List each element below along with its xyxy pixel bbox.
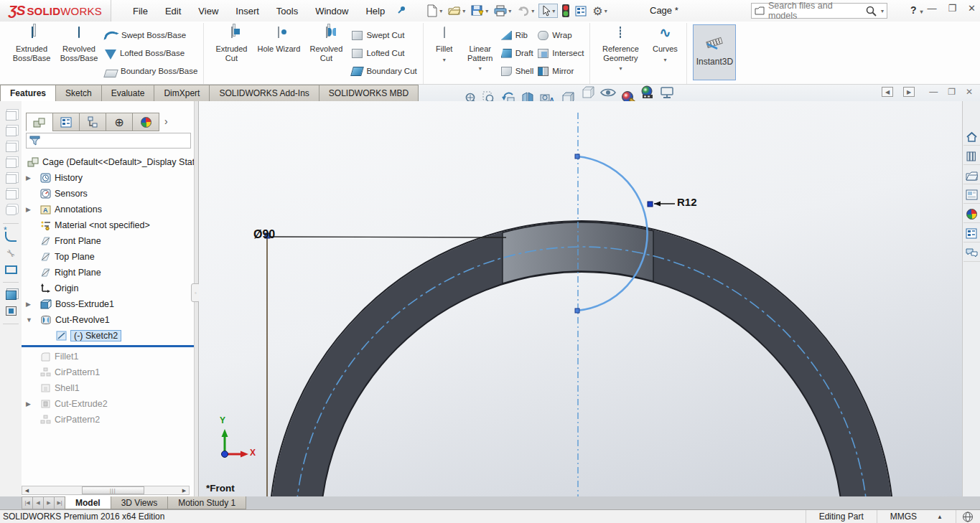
extruded-cut-button[interactable]: Extruded Cut <box>208 24 254 62</box>
close-button[interactable]: ✕ <box>968 3 976 14</box>
menu-view[interactable]: View <box>190 2 227 20</box>
tree-item-origin[interactable]: Origin <box>22 281 194 296</box>
last-tab-icon[interactable]: ▶| <box>54 496 65 509</box>
tab-solidworks-add-ins[interactable]: SOLIDWORKS Add-Ins <box>209 85 319 101</box>
tree-item-front-plane[interactable]: Front Plane <box>22 233 194 249</box>
view-cube-icon[interactable] <box>6 127 17 136</box>
tree-item-material[interactable]: Material <not specified> <box>22 217 194 233</box>
view-palette-icon[interactable] <box>963 187 980 204</box>
tab-model[interactable]: Model <box>65 496 111 509</box>
boundary-boss-base-button[interactable]: Boundary Boss/Base <box>105 63 197 79</box>
reference-geometry-dropdown-icon[interactable]: ▾ <box>619 65 622 72</box>
fillet-button[interactable]: Fillet ▾ <box>428 24 461 63</box>
wrap-button[interactable]: Wrap <box>538 27 584 43</box>
featuremanager-design-tree-tab[interactable] <box>26 113 53 131</box>
menu-help[interactable]: Help <box>357 2 393 20</box>
cut-extrude-tool-icon[interactable] <box>6 306 17 316</box>
reference-geometry-button[interactable]: Reference Geometry ▾ <box>594 24 646 72</box>
menu-insert[interactable]: Insert <box>227 2 268 20</box>
tab-sketch[interactable]: Sketch <box>55 85 102 101</box>
sketch-endpoint-top[interactable] <box>575 154 579 159</box>
next-tab-icon[interactable]: ▶ <box>43 496 55 509</box>
graphics-viewport[interactable]: R12 Ø90 *Front Y X <box>199 101 962 496</box>
doc-close-button[interactable]: ✕ <box>966 87 973 97</box>
expand-icon[interactable]: ▶ <box>26 174 33 182</box>
solidworks-forum-icon[interactable] <box>963 245 980 262</box>
design-library-icon[interactable] <box>963 148 980 165</box>
sketch-tool-icon[interactable] <box>5 232 17 242</box>
tree-item-shell1[interactable]: Shell1 <box>22 380 194 396</box>
fillet-dropdown-icon[interactable]: ▾ <box>443 57 446 63</box>
collapse-left-pane-button[interactable]: ◀ <box>882 87 893 97</box>
doc-minimize-button[interactable]: — <box>929 87 938 97</box>
search-icon[interactable] <box>866 6 877 17</box>
swept-cut-button[interactable]: Swept Cut <box>352 27 416 43</box>
view-cube-icon[interactable] <box>6 143 17 152</box>
expand-icon[interactable]: ▶ <box>26 206 33 213</box>
settings-gear-button[interactable]: ⚙▾ <box>591 3 608 19</box>
radius-dimension-label[interactable]: R12 <box>677 196 697 208</box>
scroll-right-icon[interactable]: ▶ <box>179 488 189 494</box>
file-explorer-icon[interactable] <box>963 167 980 184</box>
tree-item-cirpattern1[interactable]: CirPattern1 <box>22 364 194 380</box>
expand-icon[interactable]: ▶ <box>26 301 33 308</box>
lofted-boss-base-button[interactable]: Lofted Boss/Base <box>105 45 197 61</box>
tree-item-boss-extrude1[interactable]: ▶ Boss-Extrude1 <box>22 296 194 312</box>
tab-3d-views[interactable]: 3D Views <box>111 496 168 509</box>
linear-pattern-dropdown-icon[interactable]: ▾ <box>479 65 482 72</box>
home-icon[interactable] <box>963 128 980 146</box>
shell-button[interactable]: Shell <box>501 63 534 79</box>
view-cube-icon[interactable] <box>6 111 17 121</box>
tab-motion-study-1[interactable]: Motion Study 1 <box>167 496 246 509</box>
options-list-button[interactable] <box>574 4 588 18</box>
view-cube-icon[interactable] <box>6 206 17 215</box>
configurationmanager-tab[interactable] <box>79 113 106 131</box>
hole-wizard-button[interactable]: Hole Wizard <box>256 24 302 54</box>
rebuild-traffic-light-icon[interactable] <box>561 3 571 19</box>
tree-item-top-plane[interactable]: Top Plane <box>22 249 194 265</box>
first-tab-icon[interactable]: |◀ <box>22 496 33 509</box>
new-document-button[interactable]: ▾ <box>425 3 444 19</box>
tree-item-sketch2-selected[interactable]: (-) Sketch2 <box>22 328 194 344</box>
view-cube-icon[interactable] <box>6 159 17 168</box>
scroll-left-icon[interactable]: ◀ <box>22 488 32 494</box>
custom-properties-icon[interactable] <box>963 225 980 242</box>
scrollbar-thumb[interactable]: ||| <box>82 486 144 494</box>
propertymanager-tab[interactable] <box>52 113 80 131</box>
intersect-button[interactable]: Intersect <box>538 45 584 61</box>
lofted-cut-button[interactable]: Lofted Cut <box>352 45 416 61</box>
pin-menu-icon[interactable] <box>396 5 406 17</box>
view-cube-icon[interactable] <box>6 174 17 184</box>
open-button[interactable]: ▾ <box>447 4 467 18</box>
menu-window[interactable]: Window <box>307 2 357 20</box>
revolved-boss-base-button[interactable]: Revolved Boss/Base <box>56 24 102 62</box>
tree-item-history[interactable]: ▶ History <box>22 170 194 186</box>
tree-filter-input[interactable] <box>26 133 191 149</box>
tree-item-fillet1[interactable]: Fillet1 <box>22 349 194 364</box>
collapse-right-pane-button[interactable]: ▶ <box>903 87 915 97</box>
displaymanager-tab[interactable] <box>132 113 159 131</box>
search-input[interactable]: Search files and models <box>768 1 862 21</box>
cage-ring-body[interactable] <box>295 247 868 496</box>
dimxpertmanager-tab[interactable]: ⊕ <box>106 113 133 131</box>
draft-button[interactable]: Draft <box>501 45 534 61</box>
search-box[interactable]: Search files and models ▾ <box>751 3 887 19</box>
tree-item-cut-revolve1[interactable]: ▼ Cut-Revolve1 <box>22 312 194 328</box>
tab-solidworks-mbd[interactable]: SOLIDWORKS MBD <box>319 85 419 101</box>
tags-globe-icon[interactable] <box>962 512 974 522</box>
tree-item-cut-extrude2[interactable]: ▶ Cut-Extrude2 <box>22 396 194 412</box>
tree-item-right-plane[interactable]: Right Plane <box>22 265 194 281</box>
help-button[interactable]: ? ▾ <box>910 4 923 16</box>
tab-evaluate[interactable]: Evaluate <box>101 85 155 101</box>
appearances-scenes-icon[interactable] <box>963 206 980 223</box>
print-button[interactable]: ▾ <box>493 4 513 18</box>
tree-item-cirpattern2[interactable]: CirPattern2 <box>22 412 194 428</box>
tab-dimxpert[interactable]: DimXpert <box>154 85 210 101</box>
doc-restore-button[interactable]: ❐ <box>948 87 956 97</box>
view-cube-icon[interactable] <box>6 190 17 199</box>
extruded-boss-base-button[interactable]: Extruded Boss/Base <box>9 24 55 62</box>
collapse-icon[interactable]: ▼ <box>26 316 33 324</box>
rollback-bar[interactable] <box>22 345 194 347</box>
tree-item-sensors[interactable]: Sensors <box>22 186 194 202</box>
instant3d-button[interactable]: Instant3D <box>693 24 736 80</box>
